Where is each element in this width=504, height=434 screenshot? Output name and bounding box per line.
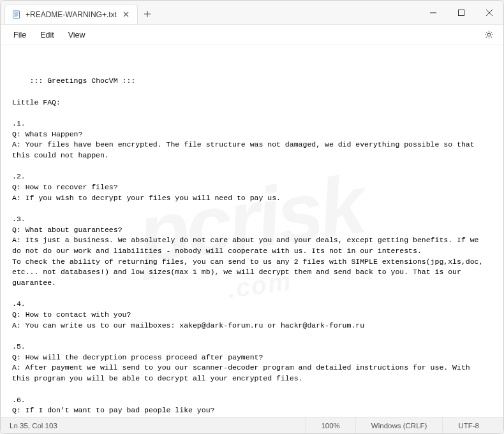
menubar: File Edit View	[1, 25, 503, 45]
titlebar: +README-WARNING+.txt	[1, 1, 503, 25]
window-controls	[419, 1, 503, 24]
minimize-button[interactable]	[419, 1, 447, 24]
document-tab[interactable]: +README-WARNING+.txt	[4, 4, 138, 24]
document-icon	[11, 10, 20, 19]
svg-rect-10	[459, 10, 464, 15]
close-window-button[interactable]	[475, 1, 503, 24]
document-text: ::: Greetings ChocVM ::: Little FAQ: .1.…	[12, 76, 492, 417]
notepad-window: +README-WARNING+.txt File Edit View	[0, 0, 504, 434]
close-tab-icon[interactable]	[122, 10, 131, 19]
svg-rect-0	[13, 11, 19, 18]
watermark: pcrisk.com	[130, 144, 373, 318]
statusbar: Ln 35, Col 103 100% Windows (CRLF) UTF-8	[1, 417, 503, 433]
menu-view[interactable]: View	[62, 29, 92, 41]
maximize-button[interactable]	[447, 1, 475, 24]
tab-title: +README-WARNING+.txt	[26, 10, 117, 19]
menu-edit[interactable]: Edit	[34, 29, 61, 41]
text-editor-area[interactable]: pcrisk.com ::: Greetings ChocVM ::: Litt…	[1, 45, 503, 417]
line-ending[interactable]: Windows (CRLF)	[355, 417, 443, 433]
tab-strip: +README-WARNING+.txt	[1, 1, 157, 24]
zoom-level[interactable]: 100%	[305, 417, 355, 433]
new-tab-button[interactable]	[138, 4, 157, 24]
cursor-position: Ln 35, Col 103	[10, 422, 57, 430]
encoding[interactable]: UTF-8	[442, 417, 494, 433]
settings-button[interactable]	[480, 27, 497, 43]
menu-file[interactable]: File	[7, 29, 33, 41]
